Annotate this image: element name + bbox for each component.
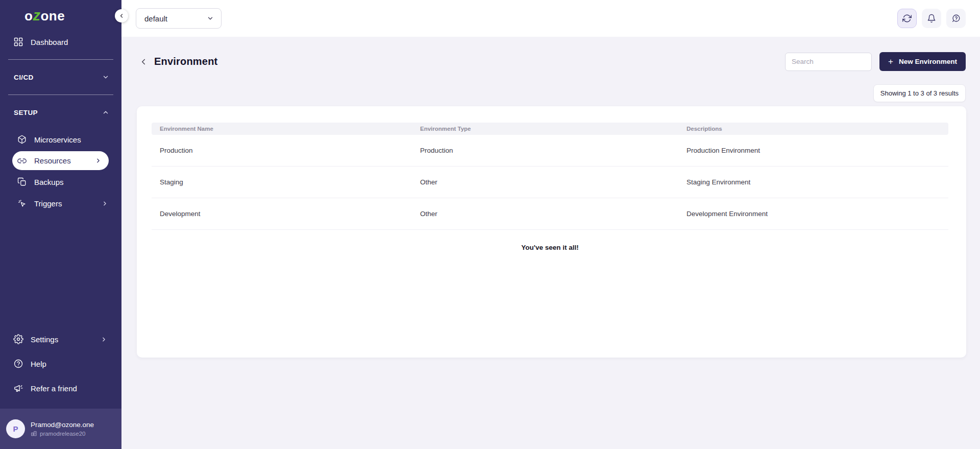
sidebar-item-label: Triggers <box>34 199 62 208</box>
avatar-initial: P <box>13 424 18 433</box>
sidebar-item-resources[interactable]: Resources <box>12 151 109 170</box>
help-button[interactable] <box>946 9 966 28</box>
logo-text-z: z <box>33 7 40 23</box>
sidebar-item-dashboard[interactable]: Dashboard <box>0 32 121 52</box>
user-profile-panel[interactable]: P Pramod@ozone.one pramodrelease20 <box>0 409 121 449</box>
sidebar-item-label: Refer a friend <box>31 384 77 393</box>
cursor-click-icon <box>17 199 27 208</box>
sidebar-item-label: Dashboard <box>31 38 68 46</box>
sidebar-item-refer-a-friend[interactable]: Refer a friend <box>0 376 121 400</box>
bell-icon <box>927 14 936 23</box>
chevron-left-icon <box>139 57 148 66</box>
help-circle-icon <box>13 359 23 369</box>
cell-environment-type: Other <box>412 178 678 186</box>
cell-description: Staging Environment <box>678 178 948 186</box>
chevron-up-icon <box>102 109 109 116</box>
sidebar-collapse-button[interactable] <box>115 9 128 22</box>
building-icon <box>31 430 37 437</box>
grid-icon <box>13 37 23 47</box>
chevron-down-icon <box>102 74 109 81</box>
end-of-list-message: You've seen it all! <box>152 244 948 251</box>
cell-description: Development Environment <box>678 210 948 218</box>
chevron-right-icon <box>101 336 107 343</box>
page-title: Environment <box>154 56 217 67</box>
cell-environment-type: Production <box>412 147 678 154</box>
chevron-right-icon <box>95 157 102 164</box>
workspace-selected-value: default <box>144 14 167 23</box>
workspace-selector[interactable]: default <box>136 8 222 29</box>
page-header: Environment + New Environment <box>121 37 980 71</box>
logo-text-o: o <box>24 8 33 23</box>
cell-environment-name: Production <box>152 147 412 154</box>
refresh-icon <box>902 14 912 23</box>
sidebar-item-microservices[interactable]: Microservices <box>0 129 121 150</box>
help-bubble-icon <box>951 14 961 23</box>
sidebar-divider <box>8 59 113 60</box>
cell-environment-type: Other <box>412 210 678 218</box>
notifications-button[interactable] <box>922 9 941 28</box>
back-button[interactable] <box>138 56 149 67</box>
column-header-descriptions: Descriptions <box>678 126 948 132</box>
new-environment-button[interactable]: + New Environment <box>879 52 966 71</box>
sidebar-section-cicd[interactable]: CI/CD <box>0 67 121 87</box>
gear-icon <box>13 334 23 344</box>
topbar-actions <box>897 9 966 28</box>
link-icon <box>17 156 27 166</box>
ozone-logo: ozone <box>0 0 121 25</box>
sidebar-item-label: Microservices <box>34 135 81 144</box>
sidebar-item-help[interactable]: Help <box>0 351 121 376</box>
sidebar-section-setup[interactable]: SETUP <box>0 102 121 123</box>
avatar: P <box>6 419 25 438</box>
search-input[interactable] <box>785 53 872 71</box>
table-row[interactable]: Development Other Development Environmen… <box>152 198 948 230</box>
sidebar-item-label: Backups <box>34 178 64 186</box>
cell-environment-name: Staging <box>152 178 412 186</box>
sidebar: ozone Dashboard CI/CD SETUP Microservice… <box>0 0 121 449</box>
sidebar-item-triggers[interactable]: Triggers <box>0 193 121 214</box>
table-row[interactable]: Production Production Production Environ… <box>152 135 948 167</box>
table-row[interactable]: Staging Other Staging Environment <box>152 167 948 198</box>
chevron-left-icon <box>118 13 125 19</box>
environment-table-card: Environment Name Environment Type Descri… <box>137 106 966 358</box>
table-header-row: Environment Name Environment Type Descri… <box>152 123 948 135</box>
sidebar-item-label: Settings <box>31 335 58 344</box>
cell-description: Production Environment <box>678 147 948 154</box>
main-content: Environment + New Environment Showing 1 … <box>121 37 980 449</box>
sidebar-item-settings[interactable]: Settings <box>0 327 121 351</box>
section-label: CI/CD <box>14 74 34 81</box>
megaphone-icon <box>13 383 23 393</box>
column-header-environment-type: Environment Type <box>412 126 678 132</box>
new-environment-button-label: New Environment <box>899 58 957 65</box>
logo-text-one: one <box>40 8 65 23</box>
plus-icon: + <box>888 57 893 66</box>
chevron-down-icon <box>207 15 214 22</box>
user-email: Pramod@ozone.one <box>31 421 94 429</box>
section-label: SETUP <box>14 109 38 116</box>
results-summary-badge: Showing 1 to 3 of 3 results <box>873 84 966 102</box>
sidebar-item-label: Resources <box>34 156 71 165</box>
sidebar-item-label: Help <box>31 360 46 368</box>
copy-icon <box>17 177 27 186</box>
cell-environment-name: Development <box>152 210 412 218</box>
chevron-right-icon <box>102 200 108 207</box>
topbar: default <box>121 0 980 37</box>
package-icon <box>17 135 27 144</box>
column-header-environment-name: Environment Name <box>152 126 412 132</box>
sidebar-item-backups[interactable]: Backups <box>0 171 121 193</box>
sidebar-divider <box>8 94 113 95</box>
sidebar-bottom-group: Settings Help Refer a friend <box>0 327 121 400</box>
refresh-button[interactable] <box>897 9 917 28</box>
sidebar-nav: Dashboard CI/CD SETUP Microservices Reso… <box>0 32 121 214</box>
user-workspace: pramodrelease20 <box>40 431 86 437</box>
